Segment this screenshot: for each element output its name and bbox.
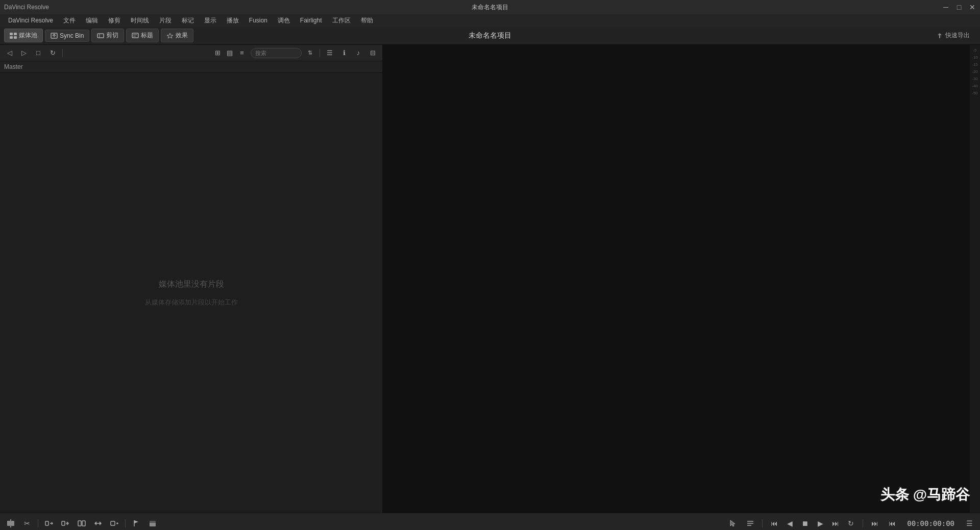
loop-button[interactable]: ↻ bbox=[844, 517, 857, 530]
audio-button[interactable]: ♪ bbox=[353, 47, 364, 59]
razor-button[interactable]: ✂ bbox=[20, 517, 34, 530]
vu-label-20: -20 bbox=[972, 69, 978, 74]
select-mode-button[interactable] bbox=[726, 517, 740, 530]
filmstrip-view-button[interactable]: ▤ bbox=[224, 47, 235, 59]
separator bbox=[62, 49, 63, 57]
multi-select-button[interactable] bbox=[744, 517, 757, 530]
menu-file[interactable]: 文件 bbox=[59, 15, 80, 26]
sync-bin-label: Sync Bin bbox=[60, 32, 84, 39]
fit-fill-button[interactable] bbox=[91, 517, 105, 530]
timeline-controls: ✂ ⏮ bbox=[0, 513, 980, 530]
sort-icon: ⇅ bbox=[308, 49, 312, 56]
search-input[interactable] bbox=[251, 48, 302, 58]
svg-rect-0 bbox=[10, 33, 13, 35]
clip-color-button[interactable] bbox=[146, 517, 159, 530]
playback-controls: ⏮ ◀ ⏹ ▶ ⏭ ↻ bbox=[768, 517, 857, 530]
app-name-label: DaVinci Resolve bbox=[4, 4, 49, 11]
menu-edit[interactable]: 编辑 bbox=[82, 15, 102, 26]
menu-workspace[interactable]: 工作区 bbox=[328, 15, 355, 26]
menu-marker[interactable]: 标记 bbox=[178, 15, 198, 26]
svg-rect-21 bbox=[150, 522, 156, 526]
menu-timeline[interactable]: 时间线 bbox=[127, 15, 153, 26]
svg-rect-11 bbox=[7, 521, 10, 526]
svg-rect-3 bbox=[14, 36, 17, 39]
svg-rect-1 bbox=[14, 33, 17, 35]
sep4 bbox=[863, 519, 863, 527]
list-view-button[interactable]: ≡ bbox=[236, 47, 248, 59]
menu-help[interactable]: 帮助 bbox=[357, 15, 377, 26]
separator2 bbox=[320, 49, 320, 57]
append-button[interactable] bbox=[108, 517, 121, 530]
vu-label-40: -40 bbox=[972, 84, 978, 88]
media-pool-label: 媒体池 bbox=[19, 31, 37, 40]
vu-label-30: -30 bbox=[972, 77, 978, 81]
insert-button[interactable] bbox=[42, 517, 56, 530]
sep1 bbox=[38, 519, 38, 527]
skip-back-button[interactable]: ⏮ bbox=[886, 517, 899, 530]
new-bin-button[interactable]: □ bbox=[33, 47, 44, 59]
maximize-button[interactable]: □ bbox=[955, 4, 963, 11]
cut-button[interactable]: 剪切 bbox=[91, 29, 124, 42]
quick-export-label: 快速导出 bbox=[945, 31, 970, 40]
flag-button[interactable] bbox=[130, 517, 143, 530]
step-back-button[interactable]: ◀ bbox=[783, 517, 796, 530]
markers-button[interactable]: 标题 bbox=[126, 29, 159, 42]
trim-edit-button[interactable] bbox=[4, 517, 17, 530]
menu-color[interactable]: 调色 bbox=[274, 15, 294, 26]
timeline-left-tools: ✂ bbox=[4, 517, 387, 530]
minimize-button[interactable]: ─ bbox=[942, 4, 949, 11]
svg-rect-12 bbox=[11, 521, 14, 526]
quick-export-button[interactable]: 快速导出 bbox=[932, 30, 974, 41]
auto-sync-button[interactable]: ↻ bbox=[47, 47, 58, 59]
menu-fusion[interactable]: Fusion bbox=[245, 16, 272, 25]
close-button[interactable]: ✕ bbox=[969, 4, 976, 11]
step-forward-button[interactable]: ⏭ bbox=[829, 517, 842, 530]
forward-button[interactable]: ▷ bbox=[18, 47, 30, 59]
cut-label: 剪切 bbox=[106, 31, 118, 40]
back-button[interactable]: ◁ bbox=[4, 47, 15, 59]
sep3 bbox=[762, 519, 763, 527]
timeline-right-tools: ⏮ ◀ ⏹ ▶ ⏭ ↻ ⏭ ⏮ 00:00:00:00 ☰ bbox=[387, 517, 976, 530]
menu-trim[interactable]: 修剪 bbox=[104, 15, 125, 26]
sep2 bbox=[125, 519, 126, 527]
overwrite-button[interactable] bbox=[59, 517, 72, 530]
grid-view-button[interactable]: ⊞ bbox=[212, 47, 223, 59]
markers-label: 标题 bbox=[141, 31, 153, 40]
svg-rect-6 bbox=[97, 34, 104, 38]
svg-rect-2 bbox=[10, 36, 13, 39]
preview-panel: -5 -10 -15 -20 -30 -40 -50 bbox=[383, 45, 980, 513]
media-pool-panel: ◁ ▷ □ ↻ ⊞ ▤ ≡ ⇅ ☰ ℹ ♪ ⊟ Master 媒体池里没有片段 bbox=[0, 45, 383, 513]
sort-button[interactable]: ⇅ bbox=[305, 48, 315, 57]
toolbar-right: 快速导出 bbox=[932, 30, 974, 41]
menu-view[interactable]: 显示 bbox=[200, 15, 220, 26]
stop-button[interactable]: ⏹ bbox=[798, 517, 812, 530]
project-title: 未命名名项目 bbox=[469, 31, 511, 40]
window-title: 未命名名项目 bbox=[472, 3, 508, 12]
menu-bar: DaVinci Resolve 文件 编辑 修剪 时间线 片段 标记 显示 播放… bbox=[0, 14, 980, 27]
settings-button[interactable]: ☰ bbox=[963, 517, 976, 530]
svg-rect-15 bbox=[62, 521, 65, 525]
menu-playback[interactable]: 播放 bbox=[223, 15, 243, 26]
info-button[interactable]: ℹ bbox=[338, 47, 350, 59]
meta-view-button[interactable]: ☰ bbox=[324, 47, 335, 59]
media-pool-content: Master 媒体池里没有片段 从媒体存储添加片段以开始工作 bbox=[0, 61, 382, 513]
svg-rect-8 bbox=[132, 33, 138, 38]
skip-forward-button[interactable]: ⏭ bbox=[868, 517, 881, 530]
svg-rect-19 bbox=[111, 521, 115, 525]
media-pool-button[interactable]: 媒体池 bbox=[4, 29, 43, 42]
menu-fairlight[interactable]: Fairlight bbox=[296, 16, 326, 25]
go-to-start-button[interactable]: ⏮ bbox=[768, 517, 781, 530]
grid-toggle-button[interactable]: ⊟ bbox=[367, 47, 378, 59]
svg-rect-16 bbox=[78, 521, 81, 526]
effects-button[interactable]: 效果 bbox=[161, 29, 193, 42]
sync-bin-button[interactable]: Sync Bin bbox=[45, 30, 89, 42]
svg-rect-14 bbox=[45, 521, 48, 525]
menu-davinci[interactable]: DaVinci Resolve bbox=[4, 16, 57, 25]
menu-clip[interactable]: 片段 bbox=[155, 15, 176, 26]
replace-button[interactable] bbox=[75, 517, 88, 530]
title-bar: DaVinci Resolve 未命名名项目 ─ □ ✕ bbox=[0, 0, 980, 14]
preview-area: -5 -10 -15 -20 -30 -40 -50 bbox=[383, 45, 980, 513]
main-toolbar: 媒体池 Sync Bin 剪切 标题 效果 未命名名项目 快速导出 bbox=[0, 27, 980, 45]
master-label: Master bbox=[0, 61, 382, 73]
play-button[interactable]: ▶ bbox=[814, 517, 827, 530]
